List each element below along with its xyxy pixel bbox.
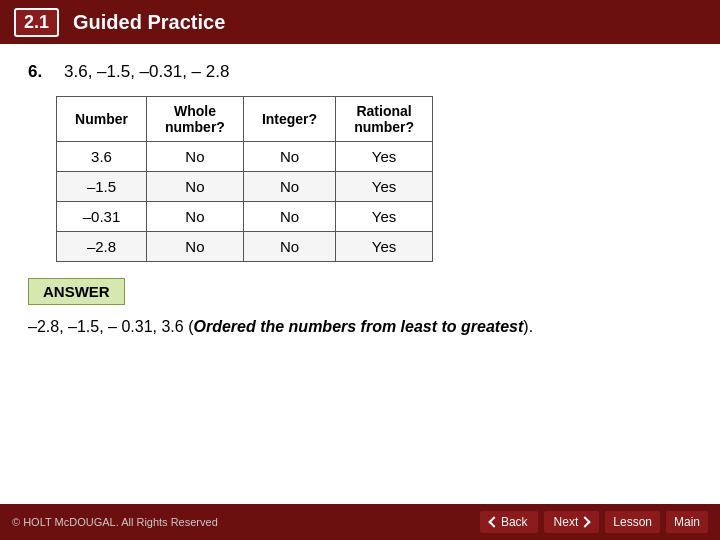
copyright: © HOLT McDOUGAL. All Rights Reserved	[12, 516, 218, 528]
problem-text: 3.6, –1.5, –0.31, – 2.8	[64, 62, 229, 82]
col-whole: Wholenumber?	[147, 97, 244, 142]
header-title: Guided Practice	[73, 11, 225, 34]
table-row: 3.6 No No Yes	[57, 142, 433, 172]
footer-nav: Back Next Lesson Main	[480, 511, 708, 533]
cell-integer: No	[243, 202, 335, 232]
footer: © HOLT McDOUGAL. All Rights Reserved Bac…	[0, 504, 720, 540]
cell-rational: Yes	[336, 232, 433, 262]
cell-number: –0.31	[57, 202, 147, 232]
lesson-label: Lesson	[613, 515, 652, 529]
answer-bold: Ordered the numbers from least to greate…	[193, 318, 523, 335]
main-button[interactable]: Main	[666, 511, 708, 533]
header: 2.1 Guided Practice	[0, 0, 720, 44]
cell-integer: No	[243, 142, 335, 172]
cell-whole: No	[147, 172, 244, 202]
answer-label: ANSWER	[28, 278, 125, 305]
problem-line: 6. 3.6, –1.5, –0.31, – 2.8	[28, 62, 692, 82]
lesson-badge: 2.1	[14, 8, 59, 37]
table-container: Number Wholenumber? Integer? Rationalnum…	[56, 96, 692, 262]
table-row: –2.8 No No Yes	[57, 232, 433, 262]
cell-whole: No	[147, 202, 244, 232]
back-button[interactable]: Back	[480, 511, 538, 533]
main-content: 6. 3.6, –1.5, –0.31, – 2.8 Number Wholen…	[0, 44, 720, 357]
cell-whole: No	[147, 142, 244, 172]
cell-whole: No	[147, 232, 244, 262]
cell-number: –2.8	[57, 232, 147, 262]
cell-number: –1.5	[57, 172, 147, 202]
table-row: –1.5 No No Yes	[57, 172, 433, 202]
answer-text-content: –2.8, –1.5, – 0.31, 3.6 (Ordered the num…	[28, 318, 533, 335]
lesson-button[interactable]: Lesson	[605, 511, 660, 533]
problem-number: 6.	[28, 62, 48, 82]
answer-text: –2.8, –1.5, – 0.31, 3.6 (Ordered the num…	[28, 315, 692, 347]
cell-rational: Yes	[336, 172, 433, 202]
col-number: Number	[57, 97, 147, 142]
next-button[interactable]: Next	[544, 511, 600, 533]
cell-integer: No	[243, 172, 335, 202]
cell-rational: Yes	[336, 202, 433, 232]
cell-integer: No	[243, 232, 335, 262]
back-label: Back	[501, 515, 528, 529]
col-integer: Integer?	[243, 97, 335, 142]
cell-rational: Yes	[336, 142, 433, 172]
classification-table: Number Wholenumber? Integer? Rationalnum…	[56, 96, 433, 262]
table-row: –0.31 No No Yes	[57, 202, 433, 232]
main-label: Main	[674, 515, 700, 529]
next-label: Next	[554, 515, 579, 529]
back-arrow-icon	[488, 516, 499, 527]
next-arrow-icon	[580, 516, 591, 527]
cell-number: 3.6	[57, 142, 147, 172]
col-rational: Rationalnumber?	[336, 97, 433, 142]
